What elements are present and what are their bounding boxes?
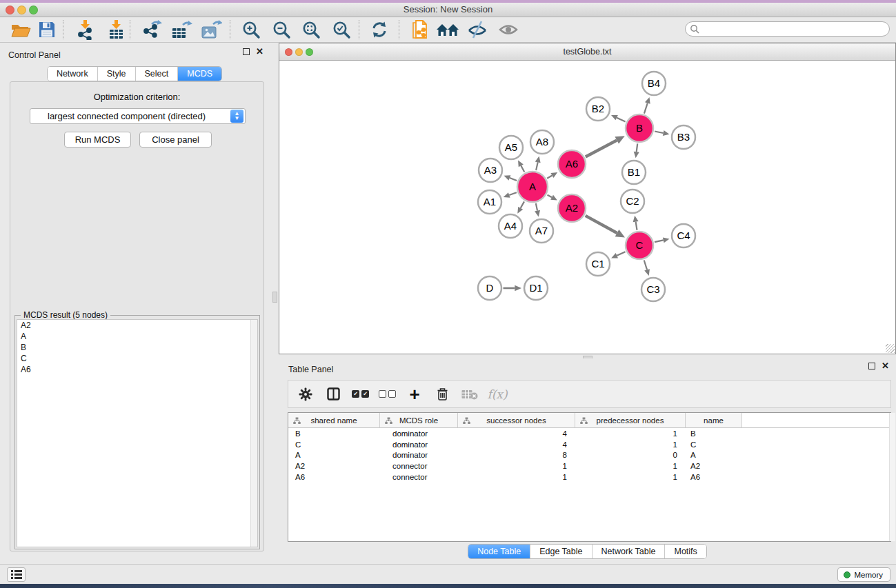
graph-node-C4[interactable]: C4 [672,224,695,247]
edge-B-B4[interactable] [644,97,650,114]
graph-node-B2[interactable]: B2 [586,97,610,121]
table-row[interactable]: A6connector11A6 [288,472,890,483]
edge-C-C4[interactable] [655,237,670,243]
edge-A2-C[interactable] [586,216,625,238]
delete-table-button[interactable] [461,385,479,403]
tab-node-table[interactable]: Node Table [468,545,530,558]
column-header-successor-nodes[interactable]: successor nodes [458,413,575,427]
graph-node-D1[interactable]: D1 [524,276,548,300]
graph-node-C1[interactable]: C1 [586,252,610,276]
result-node-item[interactable]: A6 [17,364,257,375]
select-all-button[interactable]: ✔✔ [352,390,369,398]
window-resize-grip[interactable] [886,344,895,353]
network-canvas[interactable]: B4B2BB3A8A5A6A3B1AA1C2A2A4A7C4CC1C3DD1 [279,61,895,354]
edge-B-B1[interactable] [634,143,639,158]
attribute-settings-button[interactable] [297,385,315,403]
result-node-item[interactable]: A2 [17,320,257,331]
graph-node-A1[interactable]: A1 [478,190,501,214]
task-history-button[interactable] [7,567,26,582]
window-minimize-light[interactable] [17,6,26,14]
memory-button[interactable]: Memory [837,567,890,582]
function-builder-button[interactable]: f(x) [488,385,506,403]
tab-edge-table[interactable]: Edge Table [530,545,591,558]
refresh-layout-button[interactable] [366,18,392,41]
result-node-item[interactable]: A [17,331,257,342]
window-zoom-light[interactable] [29,6,38,14]
network-window-titlebar[interactable]: testGlobe.txt [279,43,895,61]
table-row[interactable]: Adominator80A [288,450,890,461]
open-session-button[interactable] [8,18,34,41]
column-header-name[interactable]: name [686,413,742,427]
edge-C-C1[interactable] [611,252,625,258]
edge-A-A1[interactable] [504,192,517,198]
edge-A6-B[interactable] [586,136,625,156]
network-file-button[interactable] [407,18,433,41]
export-network-button[interactable] [139,18,165,41]
result-node-item[interactable]: B [17,342,257,353]
close-panel-icon[interactable]: ✕ [256,48,263,55]
graph-node-B[interactable]: B [626,114,653,142]
window-close-light[interactable] [6,6,14,14]
column-header-predecessor-nodes[interactable]: predecessor nodes [575,413,686,427]
graph-node-A3[interactable]: A3 [479,159,502,182]
graph-node-A7[interactable]: A7 [530,219,553,243]
edge-A-A7[interactable] [535,203,540,216]
toolbar-search[interactable] [685,21,890,37]
graph-node-B4[interactable]: B4 [642,72,666,95]
column-header-MCDS-role[interactable]: MCDS role [380,413,458,427]
graph-node-C3[interactable]: C3 [641,278,665,301]
column-header-shared-name[interactable]: shared name [288,413,380,427]
search-input[interactable] [699,24,889,34]
graph-node-A[interactable]: A [517,172,548,202]
show-preview-button[interactable] [495,18,521,41]
graph-node-C2[interactable]: C2 [621,190,644,213]
graph-node-A4[interactable]: A4 [499,214,522,238]
edge-D-D1[interactable] [504,285,522,292]
edge-A-A3[interactable] [504,175,517,181]
edge-A-A2[interactable] [548,195,557,201]
tab-network-table[interactable]: Network Table [592,545,665,558]
edge-A-A5[interactable] [518,160,524,172]
export-table-button[interactable] [168,18,195,41]
edge-B-B2[interactable] [611,115,626,122]
hide-preview-button[interactable] [464,18,490,41]
mcds-result-list[interactable]: A2ABCA6 [17,319,258,547]
float-panel-icon[interactable] [243,48,250,55]
network-minimize-light[interactable] [295,48,303,56]
graph-node-A2[interactable]: A2 [558,194,586,222]
run-mcds-button[interactable]: Run MCDS [64,132,131,148]
network-close-light[interactable] [285,48,292,56]
optimization-criterion-select[interactable]: largest connected component (directed) ▲… [30,108,246,124]
network-zoom-light[interactable] [306,48,313,56]
import-table-button[interactable] [103,18,129,41]
tab-mcds[interactable]: MCDS [177,67,221,81]
tab-network[interactable]: Network [48,67,97,81]
graph-node-C[interactable]: C [626,232,653,259]
tab-style[interactable]: Style [97,67,135,81]
table-row[interactable]: A2connector11A2 [288,460,890,472]
vertical-splitter-handle[interactable] [272,292,277,303]
column-visibility-button[interactable] [324,385,342,403]
add-column-button[interactable]: + [406,385,424,403]
close-table-panel-icon[interactable]: ✕ [882,363,889,369]
export-image-button[interactable] [198,18,224,41]
float-table-panel-icon[interactable] [868,363,875,369]
import-network-button[interactable] [72,18,98,41]
tab-motifs[interactable]: Motifs [664,545,706,558]
graph-node-A5[interactable]: A5 [499,136,523,159]
tab-select[interactable]: Select [135,67,178,81]
edge-C-C2[interactable] [633,216,639,230]
graph-node-A8[interactable]: A8 [530,130,554,154]
result-list-scrollbar[interactable] [250,320,257,547]
table-scrollbar[interactable] [889,413,895,541]
graph-node-B3[interactable]: B3 [672,125,695,149]
zoom-fit-button[interactable] [298,18,324,41]
edge-A-A4[interactable] [517,201,524,213]
edge-A-A8[interactable] [535,156,541,171]
table-row[interactable]: Cdominator41C [288,439,890,450]
zoom-out-button[interactable] [268,18,295,41]
delete-column-button[interactable] [433,385,451,403]
edge-B-B3[interactable] [655,130,669,136]
unselect-all-button[interactable] [379,390,396,398]
zoom-selected-button[interactable] [328,18,355,41]
